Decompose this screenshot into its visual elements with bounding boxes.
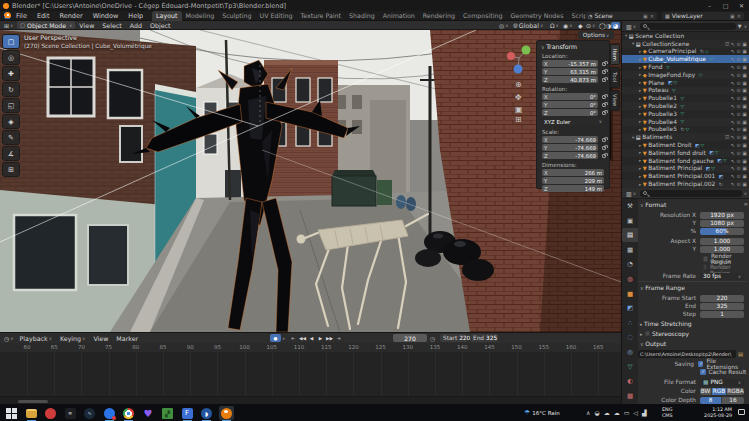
transform-panel-header[interactable]: ∨ Transform — [541, 43, 577, 50]
hide-toggle-icon[interactable]: ⊙ — [737, 111, 741, 117]
lock-scale-z-icon[interactable] — [602, 154, 606, 158]
color-bw-button[interactable]: BW — [700, 388, 712, 395]
workspace-tab-layout[interactable]: Layout — [152, 11, 181, 21]
file-format-dropdown[interactable]: ▦PNG — [700, 379, 744, 386]
lock-rotation-y-icon[interactable] — [602, 103, 606, 107]
frame-step-field[interactable]: 1 — [700, 311, 744, 318]
select-toggle-icon[interactable]: ↖ — [731, 150, 735, 156]
file-extensions-checkbox[interactable] — [698, 361, 703, 367]
disclosure-icon[interactable]: ▸ — [639, 49, 641, 54]
render-toggle-icon[interactable]: ▣ — [742, 41, 747, 47]
outliner-row-batiment-droit[interactable]: ▸▼Batiment Droit◩▽↖⊙▣ — [622, 141, 749, 149]
pan-hand-icon[interactable]: ✥ — [515, 93, 522, 102]
select-toggle-icon[interactable]: ↖ — [731, 126, 735, 132]
outliner-row-batiment-fond-gauche[interactable]: ▸▼Batiment fond gauche◩▽↖⊙▣ — [622, 157, 749, 165]
taskbar-app-gx-app[interactable]: ≡ — [63, 406, 78, 420]
options-button[interactable]: Options — [578, 31, 614, 39]
render-toggle-icon[interactable]: ▣ — [742, 173, 747, 179]
hide-toggle-icon[interactable]: ⊙ — [737, 142, 741, 148]
tool-measure[interactable]: ∡ — [2, 146, 20, 161]
outliner-row-poubelle1[interactable]: ▸▼Poubelle1▽↖⊙▣ — [622, 94, 749, 102]
tool-move[interactable]: ✚ — [2, 66, 20, 81]
disclosure-icon[interactable]: ▸ — [639, 166, 641, 171]
taskbar-app-file-explorer[interactable] — [24, 406, 39, 420]
resolution-x-field[interactable]: 1920 px — [700, 212, 744, 219]
disclosure-icon[interactable]: ▾ — [632, 41, 634, 46]
disclosure-icon[interactable]: ▸ — [639, 65, 641, 70]
tool-cursor[interactable]: ◎ — [2, 50, 20, 65]
menu-edit[interactable]: Edit — [32, 11, 55, 21]
outliner-row-poubelle3[interactable]: ▸▼Poubelle3▽↖⊙▣ — [622, 110, 749, 118]
select-toggle-icon[interactable]: ↖ — [731, 95, 735, 101]
timeline-menu-playback[interactable]: Playback — [16, 335, 56, 342]
jump-to-start-button[interactable]: ⇤ — [289, 334, 298, 342]
disclosure-icon[interactable]: ▸ — [639, 150, 641, 155]
workspace-tab-shading[interactable]: Shading — [345, 11, 379, 21]
snap-magnet-icon[interactable]: Ω — [548, 22, 561, 29]
outliner-row-batiment-principal-002[interactable]: ▸▼Batiment Principal.002↻↖⊙▣ — [622, 180, 749, 188]
color-rgb-button[interactable]: RGB — [712, 388, 727, 395]
hide-toggle-icon[interactable]: ⊙ — [737, 48, 741, 54]
taskbar-app-media-app[interactable] — [43, 406, 58, 420]
location-y-field[interactable]: Y63.315 m — [542, 68, 598, 75]
workspace-tab-rendering[interactable]: Rendering — [419, 11, 459, 21]
render-toggle-icon[interactable]: ▣ — [742, 111, 747, 117]
scale-y-field[interactable]: Y-74.669 — [542, 144, 598, 151]
perspective-toggle-icon[interactable]: ⊞ — [515, 115, 522, 122]
render-toggle-icon[interactable]: ▣ — [742, 150, 747, 156]
properties-tab-world[interactable]: ◍ — [622, 272, 638, 286]
outliner-options-chevron-icon[interactable]: ∨ — [744, 24, 747, 29]
properties-tab-object[interactable]: ■ — [622, 287, 638, 301]
taskbar-app-chrome[interactable] — [121, 406, 136, 420]
render-toggle-icon[interactable]: ▣ — [742, 134, 747, 140]
language-indicator[interactable]: ENGCMS — [662, 407, 673, 419]
play-button[interactable]: ▶ — [316, 334, 325, 342]
taskbar-app-f-app[interactable]: F — [180, 406, 195, 420]
select-toggle-icon[interactable]: ↖ — [731, 134, 735, 140]
disclosure-icon[interactable]: ▸ — [639, 158, 641, 163]
scale-z-field[interactable]: Z-74.669 — [542, 152, 598, 159]
taskbar-app-steam[interactable]: ∿ — [82, 406, 97, 420]
select-toggle-icon[interactable]: ↖ — [731, 181, 735, 187]
frame-rate-dropdown[interactable]: 30 fps — [700, 273, 744, 280]
tray-display-icon[interactable]: ▭ — [624, 409, 630, 416]
rotation-mode-dropdown[interactable]: XYZ Euler — [542, 118, 604, 125]
workspace-tab-modeling[interactable]: Modeling — [182, 11, 219, 21]
frame-range-panel-header[interactable]: ∨ Frame Range — [640, 284, 685, 291]
timeline-scrollbar-thumb[interactable] — [18, 400, 48, 403]
crop-region-checkbox[interactable] — [703, 264, 707, 270]
shading-rendered-icon[interactable]: ◕ — [611, 22, 620, 29]
lock-scale-x-icon[interactable] — [602, 138, 606, 142]
workspace-tab-sculpting[interactable]: Sculpting — [218, 11, 255, 21]
properties-search-input[interactable] — [640, 190, 742, 197]
format-panel-menu-icon[interactable]: ≡ — [744, 201, 748, 207]
timeline-menu-view[interactable]: View — [89, 335, 112, 342]
menu-file[interactable]: File — [11, 11, 32, 21]
taskbar-app-messenger[interactable] — [102, 406, 117, 420]
hide-toggle-icon[interactable]: ⊙ — [737, 134, 741, 140]
close-button[interactable]: ✕ — [734, 0, 749, 11]
checkbox-toggle-icon[interactable]: ☑ — [725, 41, 729, 47]
hide-toggle-icon[interactable]: ⊙ — [737, 165, 741, 171]
disclosure-icon[interactable]: ▸ — [639, 119, 641, 124]
select-toggle-icon[interactable]: ↖ — [731, 87, 735, 93]
aspect-y-field[interactable]: 1.000 — [700, 246, 744, 253]
properties-tab-render[interactable]: ▣ — [622, 214, 638, 228]
hide-toggle-icon[interactable]: ⊙ — [737, 72, 741, 78]
frame-start-field[interactable]: 220 — [700, 295, 744, 302]
disclosure-icon[interactable]: ▾ — [625, 33, 627, 38]
properties-tab-texture[interactable]: ▩ — [622, 389, 638, 403]
viewport-menu-add[interactable]: Add — [126, 22, 146, 29]
properties-tab-physics[interactable]: ◌ — [622, 330, 638, 344]
render-toggle-icon[interactable]: ▣ — [742, 80, 747, 86]
timeline-editor-type-icon[interactable]: ◷ — [2, 335, 16, 342]
frame-start-button[interactable]: Start220 — [440, 334, 468, 342]
tray-chevron-up-icon[interactable]: ∧ — [586, 409, 590, 416]
tool-select-box[interactable]: ▢ — [2, 34, 20, 49]
outliner-row-poubelle2[interactable]: ▸▼Poubelle2▽↖⊙▣ — [622, 102, 749, 110]
properties-tab-particles[interactable]: ∴ — [622, 316, 638, 330]
tray-cloud-icon[interactable]: ☁ — [614, 409, 620, 416]
menu-help[interactable]: Help — [123, 11, 148, 21]
properties-tab-scene[interactable]: ◔ — [622, 257, 638, 271]
render-toggle-icon[interactable]: ▣ — [742, 48, 747, 54]
